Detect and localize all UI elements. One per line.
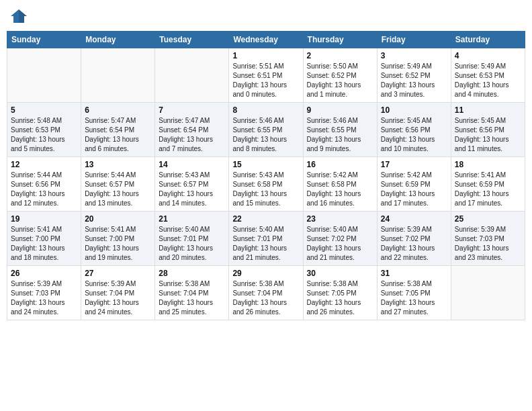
calendar-cell: 25Sunrise: 5:39 AM Sunset: 7:03 PM Dayli…: [451, 212, 525, 266]
day-of-week-saturday: Saturday: [451, 32, 525, 48]
day-number: 22: [232, 214, 299, 224]
day-info: Sunrise: 5:43 AM Sunset: 6:57 PM Dayligh…: [159, 171, 225, 208]
calendar-cell: 1Sunrise: 5:51 AM Sunset: 6:51 PM Daylig…: [229, 48, 303, 103]
day-number: 17: [381, 160, 447, 169]
day-info: Sunrise: 5:38 AM Sunset: 7:05 PM Dayligh…: [307, 279, 373, 317]
day-info: Sunrise: 5:45 AM Sunset: 6:56 PM Dayligh…: [381, 116, 447, 154]
day-of-week-friday: Friday: [377, 32, 451, 48]
page-header: [7, 7, 525, 26]
day-info: Sunrise: 5:44 AM Sunset: 6:56 PM Dayligh…: [11, 171, 77, 208]
day-info: Sunrise: 5:38 AM Sunset: 7:04 PM Dayligh…: [159, 279, 225, 317]
calendar-cell: 11Sunrise: 5:45 AM Sunset: 6:56 PM Dayli…: [451, 103, 525, 157]
calendar-cell: 10Sunrise: 5:45 AM Sunset: 6:56 PM Dayli…: [377, 103, 451, 157]
calendar-cell: 31Sunrise: 5:38 AM Sunset: 7:05 PM Dayli…: [377, 266, 451, 320]
calendar-cell: 21Sunrise: 5:40 AM Sunset: 7:01 PM Dayli…: [155, 212, 229, 266]
day-info: Sunrise: 5:47 AM Sunset: 6:54 PM Dayligh…: [159, 116, 225, 154]
calendar-cell: 30Sunrise: 5:38 AM Sunset: 7:05 PM Dayli…: [303, 266, 377, 320]
day-number: 25: [455, 214, 521, 224]
day-of-week-wednesday: Wednesday: [229, 32, 303, 48]
day-info: Sunrise: 5:40 AM Sunset: 7:02 PM Dayligh…: [307, 225, 373, 263]
day-number: 1: [232, 51, 299, 60]
calendar-cell: 19Sunrise: 5:41 AM Sunset: 7:00 PM Dayli…: [7, 212, 81, 266]
day-number: 7: [159, 105, 225, 115]
calendar-cell: 4Sunrise: 5:49 AM Sunset: 6:53 PM Daylig…: [451, 48, 525, 103]
calendar-table: SundayMondayTuesdayWednesdayThursdayFrid…: [7, 31, 525, 320]
day-number: 15: [232, 160, 299, 169]
day-of-week-monday: Monday: [81, 32, 155, 48]
calendar-week-row: 5Sunrise: 5:48 AM Sunset: 6:53 PM Daylig…: [7, 103, 525, 157]
day-number: 2: [307, 51, 373, 60]
day-number: 28: [159, 269, 225, 278]
day-info: Sunrise: 5:49 AM Sunset: 6:52 PM Dayligh…: [381, 62, 447, 99]
day-info: Sunrise: 5:51 AM Sunset: 6:51 PM Dayligh…: [232, 62, 299, 99]
calendar-week-row: 1Sunrise: 5:51 AM Sunset: 6:51 PM Daylig…: [7, 48, 525, 103]
calendar-cell: 20Sunrise: 5:41 AM Sunset: 7:00 PM Dayli…: [81, 212, 155, 266]
calendar-cell: 6Sunrise: 5:47 AM Sunset: 6:54 PM Daylig…: [81, 103, 155, 157]
day-info: Sunrise: 5:46 AM Sunset: 6:55 PM Dayligh…: [307, 116, 373, 154]
calendar-cell: 16Sunrise: 5:42 AM Sunset: 6:58 PM Dayli…: [303, 157, 377, 212]
day-number: 30: [307, 269, 373, 278]
calendar-cell: 5Sunrise: 5:48 AM Sunset: 6:53 PM Daylig…: [7, 103, 81, 157]
day-number: 21: [159, 214, 225, 224]
day-info: Sunrise: 5:39 AM Sunset: 7:04 PM Dayligh…: [85, 279, 151, 317]
calendar-cell: [81, 48, 155, 103]
calendar-cell: 9Sunrise: 5:46 AM Sunset: 6:55 PM Daylig…: [303, 103, 377, 157]
calendar-week-row: 19Sunrise: 5:41 AM Sunset: 7:00 PM Dayli…: [7, 212, 525, 266]
day-info: Sunrise: 5:38 AM Sunset: 7:05 PM Dayligh…: [381, 279, 447, 317]
day-number: 27: [85, 269, 151, 278]
day-of-week-tuesday: Tuesday: [155, 32, 229, 48]
calendar-cell: [7, 48, 81, 103]
day-number: 13: [85, 160, 151, 169]
calendar-week-row: 12Sunrise: 5:44 AM Sunset: 6:56 PM Dayli…: [7, 157, 525, 212]
calendar-cell: 24Sunrise: 5:39 AM Sunset: 7:02 PM Dayli…: [377, 212, 451, 266]
logo-icon: [9, 7, 28, 26]
day-number: 18: [455, 160, 521, 169]
day-info: Sunrise: 5:38 AM Sunset: 7:04 PM Dayligh…: [232, 279, 299, 317]
day-number: 4: [455, 51, 521, 60]
calendar-cell: 29Sunrise: 5:38 AM Sunset: 7:04 PM Dayli…: [229, 266, 303, 320]
calendar-cell: 8Sunrise: 5:46 AM Sunset: 6:55 PM Daylig…: [229, 103, 303, 157]
day-info: Sunrise: 5:47 AM Sunset: 6:54 PM Dayligh…: [85, 116, 151, 154]
day-info: Sunrise: 5:40 AM Sunset: 7:01 PM Dayligh…: [232, 225, 299, 263]
day-number: 23: [307, 214, 373, 224]
day-info: Sunrise: 5:39 AM Sunset: 7:03 PM Dayligh…: [11, 279, 77, 317]
calendar-week-row: 26Sunrise: 5:39 AM Sunset: 7:03 PM Dayli…: [7, 266, 525, 320]
day-number: 29: [232, 269, 299, 278]
calendar-cell: 28Sunrise: 5:38 AM Sunset: 7:04 PM Dayli…: [155, 266, 229, 320]
calendar-cell: 26Sunrise: 5:39 AM Sunset: 7:03 PM Dayli…: [7, 266, 81, 320]
calendar-cell: 15Sunrise: 5:43 AM Sunset: 6:58 PM Dayli…: [229, 157, 303, 212]
calendar-cell: 23Sunrise: 5:40 AM Sunset: 7:02 PM Dayli…: [303, 212, 377, 266]
day-info: Sunrise: 5:41 AM Sunset: 7:00 PM Dayligh…: [85, 225, 151, 263]
day-number: 3: [381, 51, 447, 60]
day-info: Sunrise: 5:40 AM Sunset: 7:01 PM Dayligh…: [159, 225, 225, 263]
calendar-cell: 27Sunrise: 5:39 AM Sunset: 7:04 PM Dayli…: [81, 266, 155, 320]
day-number: 26: [11, 269, 77, 278]
day-number: 8: [232, 105, 299, 115]
day-info: Sunrise: 5:50 AM Sunset: 6:52 PM Dayligh…: [307, 62, 373, 99]
calendar-cell: 2Sunrise: 5:50 AM Sunset: 6:52 PM Daylig…: [303, 48, 377, 103]
calendar-cell: [451, 266, 525, 320]
day-info: Sunrise: 5:42 AM Sunset: 6:58 PM Dayligh…: [307, 171, 373, 208]
calendar-cell: 7Sunrise: 5:47 AM Sunset: 6:54 PM Daylig…: [155, 103, 229, 157]
day-number: 24: [381, 214, 447, 224]
day-info: Sunrise: 5:42 AM Sunset: 6:59 PM Dayligh…: [381, 171, 447, 208]
calendar-cell: [155, 48, 229, 103]
day-info: Sunrise: 5:49 AM Sunset: 6:53 PM Dayligh…: [455, 62, 521, 99]
calendar-cell: 22Sunrise: 5:40 AM Sunset: 7:01 PM Dayli…: [229, 212, 303, 266]
day-number: 5: [11, 105, 77, 115]
day-info: Sunrise: 5:48 AM Sunset: 6:53 PM Dayligh…: [11, 116, 77, 154]
calendar-cell: 17Sunrise: 5:42 AM Sunset: 6:59 PM Dayli…: [377, 157, 451, 212]
calendar-cell: 13Sunrise: 5:44 AM Sunset: 6:57 PM Dayli…: [81, 157, 155, 212]
day-number: 11: [455, 105, 521, 115]
day-number: 19: [11, 214, 77, 224]
day-of-week-thursday: Thursday: [303, 32, 377, 48]
day-info: Sunrise: 5:46 AM Sunset: 6:55 PM Dayligh…: [232, 116, 299, 154]
day-info: Sunrise: 5:45 AM Sunset: 6:56 PM Dayligh…: [455, 116, 521, 154]
calendar-cell: 12Sunrise: 5:44 AM Sunset: 6:56 PM Dayli…: [7, 157, 81, 212]
day-number: 31: [381, 269, 447, 278]
calendar-cell: 3Sunrise: 5:49 AM Sunset: 6:52 PM Daylig…: [377, 48, 451, 103]
calendar-cell: 18Sunrise: 5:41 AM Sunset: 6:59 PM Dayli…: [451, 157, 525, 212]
day-number: 20: [85, 214, 151, 224]
day-info: Sunrise: 5:44 AM Sunset: 6:57 PM Dayligh…: [85, 171, 151, 208]
day-info: Sunrise: 5:41 AM Sunset: 6:59 PM Dayligh…: [455, 171, 521, 208]
